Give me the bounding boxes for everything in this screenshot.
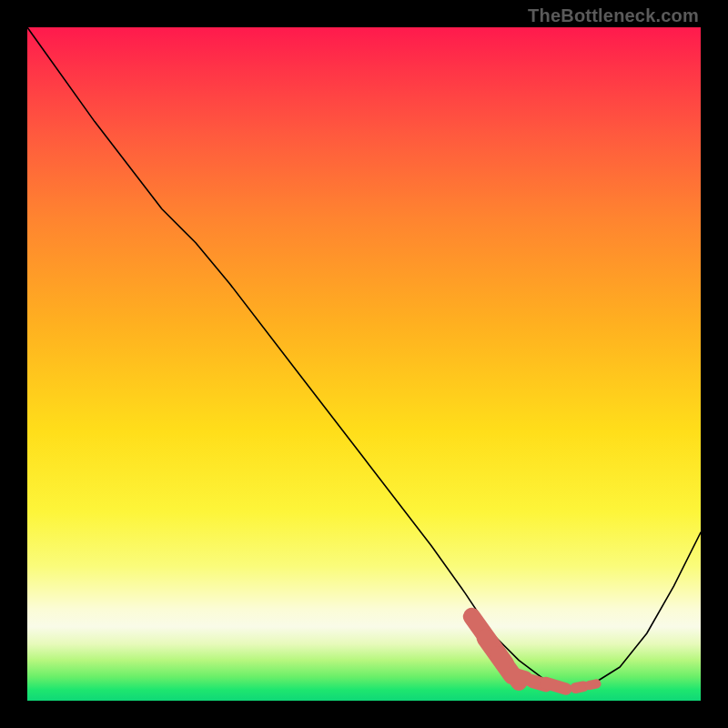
- dash-marker: [575, 686, 583, 688]
- highlight-dashes: [471, 617, 596, 690]
- dash-marker: [546, 682, 566, 689]
- plot-area: [27, 27, 701, 701]
- brand-watermark: TheBottleneck.com: [528, 5, 699, 26]
- dash-marker: [590, 684, 596, 685]
- chart-frame: TheBottleneck.com: [0, 0, 728, 728]
- marker-svg: [27, 27, 701, 701]
- dash-marker: [512, 674, 526, 678]
